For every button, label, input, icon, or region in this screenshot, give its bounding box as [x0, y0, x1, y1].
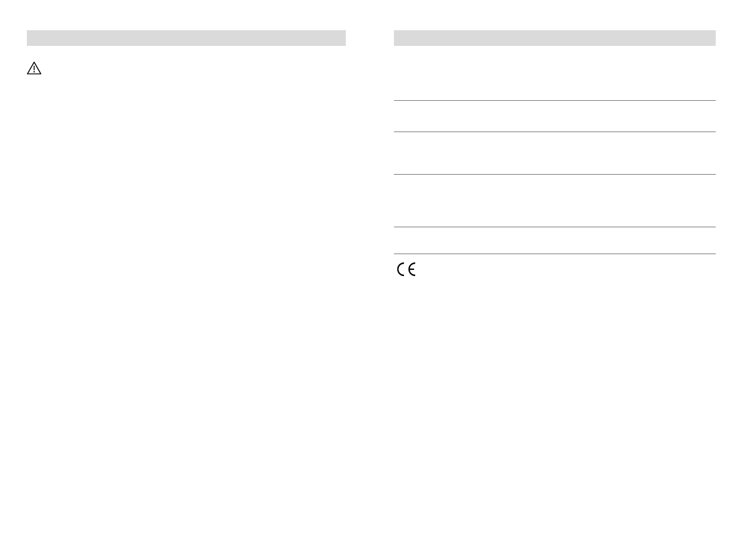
left-section-header — [27, 30, 346, 46]
ce-conformity-row — [394, 261, 716, 282]
ce-mark-icon — [394, 261, 417, 282]
right-column — [394, 30, 716, 512]
spec-row — [394, 227, 716, 254]
spec-row — [394, 175, 716, 227]
spec-row — [394, 58, 716, 101]
document-page — [0, 0, 756, 534]
warning-row — [27, 62, 346, 75]
warning-triangle-icon — [27, 62, 41, 75]
svg-point-1 — [34, 71, 35, 72]
right-section-header — [394, 30, 716, 46]
spec-row — [394, 132, 716, 175]
spec-table — [394, 58, 716, 254]
left-column — [27, 30, 346, 512]
spec-row — [394, 101, 716, 132]
